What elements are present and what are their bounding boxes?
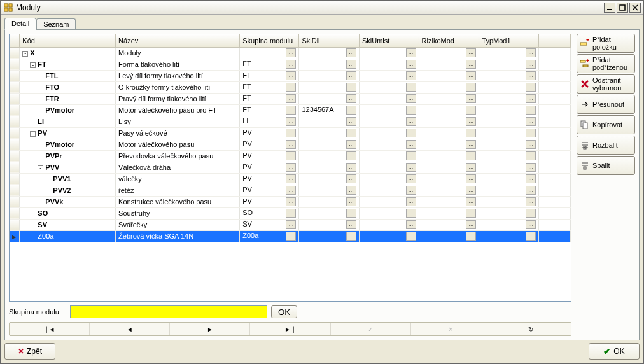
cell-nazev[interactable]: Svářečky xyxy=(116,219,240,230)
cell-sklumist[interactable]: … xyxy=(359,162,419,173)
cell-nazev[interactable]: Válečková dráha xyxy=(116,162,240,173)
ellipsis-icon[interactable]: … xyxy=(526,209,536,218)
ellipsis-icon[interactable]: … xyxy=(406,106,416,115)
cell-riziko[interactable]: … xyxy=(419,173,479,185)
nav-next[interactable]: ► xyxy=(170,323,250,335)
col-header-typmod[interactable]: TypMod1 xyxy=(479,34,539,47)
cell-typmod[interactable]: … xyxy=(479,59,539,70)
cell-sklumist[interactable]: … xyxy=(359,185,419,196)
ellipsis-icon[interactable]: … xyxy=(466,140,476,149)
ellipsis-icon[interactable]: … xyxy=(286,232,296,241)
cell-skupina[interactable]: FT… xyxy=(240,59,299,70)
ellipsis-icon[interactable]: … xyxy=(346,197,356,206)
ellipsis-icon[interactable]: … xyxy=(466,48,476,57)
cell-nazev[interactable]: Forma tlakového lití xyxy=(116,59,240,70)
ellipsis-icon[interactable]: … xyxy=(526,140,536,149)
tree-grid[interactable]: Kód Název Skupina modulu SklDil SklUmist… xyxy=(9,34,571,302)
add-sub-button[interactable]: + Přidat podřízenou xyxy=(577,54,635,73)
ellipsis-icon[interactable]: … xyxy=(286,117,296,126)
cell-skupina[interactable]: FT… xyxy=(240,104,299,116)
ellipsis-icon[interactable]: … xyxy=(526,117,536,126)
table-row[interactable]: SOSoustruhySO…………… xyxy=(10,207,571,219)
table-row[interactable]: Z00aŽebrová víčka SGA 14NZ00a…………… xyxy=(10,230,571,242)
table-row[interactable]: PVV2řetězPV…………… xyxy=(10,185,571,196)
cell-skldil[interactable]: … xyxy=(299,59,360,70)
tree-expander-icon[interactable]: - xyxy=(30,62,36,68)
cell-nazev[interactable]: Motor válečkového pasu xyxy=(116,139,240,150)
cell-skldil[interactable]: … xyxy=(299,230,360,242)
ellipsis-icon[interactable]: … xyxy=(526,71,536,80)
cell-riziko[interactable]: … xyxy=(419,150,479,162)
cell-skldil[interactable]: … xyxy=(299,207,360,219)
cell-nazev[interactable]: Moduly xyxy=(116,47,240,59)
cell-sklumist[interactable]: … xyxy=(359,81,419,93)
ellipsis-icon[interactable]: … xyxy=(466,151,476,160)
cell-sklumist[interactable]: … xyxy=(359,196,419,207)
cell-riziko[interactable]: … xyxy=(419,116,479,127)
cell-skupina[interactable]: PV… xyxy=(240,185,299,196)
ok-button[interactable]: ✔ OK xyxy=(589,343,640,360)
ellipsis-icon[interactable]: … xyxy=(526,106,536,115)
ellipsis-icon[interactable]: … xyxy=(346,186,356,195)
cell-sklumist[interactable]: … xyxy=(359,219,419,230)
cell-riziko[interactable]: … xyxy=(419,104,479,116)
tab-detail[interactable]: Detail xyxy=(4,18,36,30)
ellipsis-icon[interactable]: … xyxy=(466,106,476,115)
ellipsis-icon[interactable]: … xyxy=(466,117,476,126)
expand-button[interactable]: Rozbalit xyxy=(577,136,635,155)
tree-expander-icon[interactable]: - xyxy=(22,51,28,57)
ellipsis-icon[interactable]: … xyxy=(466,209,476,218)
ellipsis-icon[interactable]: … xyxy=(406,83,416,92)
table-row[interactable]: PVmotorMotor válečkového pasuPV…………… xyxy=(10,139,571,150)
ellipsis-icon[interactable]: … xyxy=(406,209,416,218)
cell-skupina[interactable]: LI… xyxy=(240,116,299,127)
cell-nazev[interactable]: Motor válečkového pásu pro FT xyxy=(116,104,240,116)
close-button[interactable] xyxy=(629,3,641,13)
cell-typmod[interactable]: … xyxy=(479,196,539,207)
ellipsis-icon[interactable]: … xyxy=(406,220,416,229)
table-row[interactable]: -XModuly…………… xyxy=(10,47,571,59)
cell-nazev[interactable]: válečky xyxy=(116,173,240,185)
tree-expander-icon[interactable]: - xyxy=(38,165,43,171)
ellipsis-icon[interactable]: … xyxy=(526,186,536,195)
cell-sklumist[interactable]: … xyxy=(359,207,419,219)
cell-riziko[interactable]: … xyxy=(419,185,479,196)
ellipsis-icon[interactable]: … xyxy=(526,197,536,206)
nav-last[interactable]: ►❘ xyxy=(250,323,330,335)
cell-skupina[interactable]: PV… xyxy=(240,150,299,162)
table-row[interactable]: PVV1válečkyPV…………… xyxy=(10,173,571,185)
ellipsis-icon[interactable]: … xyxy=(286,106,296,115)
cell-skldil[interactable]: 1234567A… xyxy=(299,104,360,116)
ellipsis-icon[interactable]: … xyxy=(286,94,296,103)
ellipsis-icon[interactable]: … xyxy=(346,140,356,149)
cell-typmod[interactable]: … xyxy=(479,81,539,93)
ellipsis-icon[interactable]: … xyxy=(406,151,416,160)
table-row[interactable]: PVPrPřevodovka válečkového pasuPV…………… xyxy=(10,150,571,162)
cell-skldil[interactable]: … xyxy=(299,81,360,93)
cell-typmod[interactable]: … xyxy=(479,104,539,116)
cell-riziko[interactable]: … xyxy=(419,59,479,70)
table-row[interactable]: -PVVVálečková dráhaPV…………… xyxy=(10,162,571,173)
collapse-button[interactable]: Sbalit xyxy=(577,156,635,175)
ellipsis-icon[interactable]: … xyxy=(286,71,296,80)
ellipsis-icon[interactable]: … xyxy=(406,174,416,183)
move-button[interactable]: Přesunout xyxy=(577,95,635,114)
cell-skldil[interactable]: … xyxy=(299,139,360,150)
ellipsis-icon[interactable]: … xyxy=(286,129,296,137)
cell-typmod[interactable]: … xyxy=(479,93,539,104)
ellipsis-icon[interactable]: … xyxy=(286,220,296,229)
ellipsis-icon[interactable]: … xyxy=(406,129,416,137)
table-row[interactable]: LILisyLI…………… xyxy=(10,116,571,127)
cell-riziko[interactable]: … xyxy=(419,207,479,219)
ellipsis-icon[interactable]: … xyxy=(346,71,356,80)
cell-riziko[interactable]: … xyxy=(419,162,479,173)
cell-typmod[interactable]: … xyxy=(479,162,539,173)
ellipsis-icon[interactable]: … xyxy=(286,60,296,69)
cell-sklumist[interactable]: … xyxy=(359,104,419,116)
col-header-nazev[interactable]: Název xyxy=(116,34,240,47)
cell-nazev[interactable]: řetěz xyxy=(116,185,240,196)
ellipsis-icon[interactable]: … xyxy=(286,186,296,195)
ellipsis-icon[interactable]: … xyxy=(406,94,416,103)
cell-typmod[interactable]: … xyxy=(479,185,539,196)
ellipsis-icon[interactable]: … xyxy=(526,174,536,183)
